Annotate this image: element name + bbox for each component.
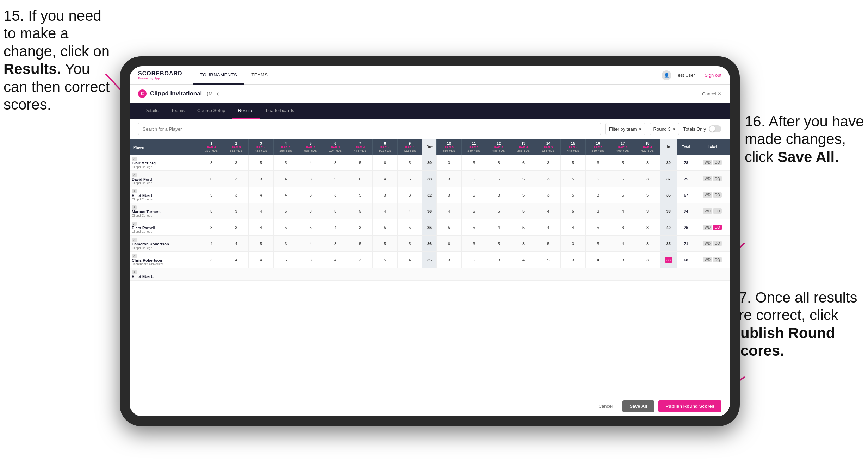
wd-button[interactable]: WD — [703, 176, 712, 181]
tab-details[interactable]: Details — [138, 103, 165, 119]
wd-button[interactable]: WD — [703, 192, 712, 198]
score-cell[interactable]: 5 — [561, 171, 585, 187]
dq-button[interactable]: DQ — [713, 160, 722, 165]
wd-button[interactable]: WD — [703, 241, 712, 246]
score-cell[interactable]: 5 — [199, 187, 224, 203]
score-cell[interactable]: 6 — [585, 171, 610, 187]
score-cell[interactable]: 5 — [635, 187, 660, 203]
score-cell[interactable]: 3 — [437, 252, 461, 268]
score-cell[interactable]: 3 — [224, 171, 248, 187]
score-cell[interactable]: 5 — [461, 219, 486, 236]
score-cell[interactable]: 3 — [461, 236, 486, 252]
publish-round-scores-button[interactable]: Publish Round Scores — [658, 400, 721, 412]
score-cell[interactable]: 5 — [373, 219, 397, 236]
score-cell[interactable]: 5 — [486, 171, 511, 187]
score-cell[interactable]: 5 — [561, 203, 585, 219]
cancel-header-button[interactable]: Cancel ✕ — [702, 91, 721, 96]
score-cell[interactable]: 3 — [635, 155, 660, 171]
score-cell[interactable]: 5 — [397, 171, 422, 187]
score-cell[interactable]: 5 — [486, 203, 511, 219]
score-cell[interactable]: 3 — [635, 203, 660, 219]
score-cell[interactable]: 3 — [585, 203, 610, 219]
score-cell[interactable]: 3 — [273, 236, 298, 252]
score-cell[interactable]: 3 — [486, 187, 511, 203]
score-cell[interactable]: 5 — [348, 155, 372, 171]
dq-button[interactable]: DQ — [713, 241, 722, 246]
score-cell[interactable]: 4 — [437, 203, 461, 219]
score-cell[interactable]: 5 — [561, 155, 585, 171]
score-cell[interactable]: 4 — [224, 252, 248, 268]
score-cell[interactable]: 3 — [323, 187, 348, 203]
dq-button[interactable]: DQ — [713, 225, 722, 230]
score-cell[interactable]: 3 — [511, 236, 536, 252]
score-cell[interactable]: 5 — [610, 171, 635, 187]
score-cell[interactable]: 4 — [323, 219, 348, 236]
score-cell[interactable]: 5 — [348, 187, 372, 203]
score-cell[interactable]: 4 — [585, 252, 610, 268]
score-cell[interactable]: 5 — [461, 155, 486, 171]
score-cell[interactable]: 3 — [610, 252, 635, 268]
score-cell[interactable]: 3 — [486, 155, 511, 171]
tab-leaderboards[interactable]: Leaderboards — [260, 103, 300, 119]
score-cell[interactable]: 3 — [298, 203, 323, 219]
score-cell[interactable]: 5 — [511, 171, 536, 187]
score-cell[interactable]: 5 — [397, 236, 422, 252]
score-cell[interactable]: 3 — [437, 187, 461, 203]
score-cell[interactable]: 3 — [298, 252, 323, 268]
score-cell[interactable]: 5 — [511, 203, 536, 219]
score-cell[interactable]: 3 — [249, 171, 273, 187]
score-cell[interactable]: 4 — [249, 203, 273, 219]
score-cell[interactable]: 4 — [373, 203, 397, 219]
score-cell[interactable]: 5 — [273, 203, 298, 219]
score-cell[interactable]: 3 — [397, 187, 422, 203]
score-cell[interactable]: 5 — [199, 203, 224, 219]
score-cell[interactable]: 4 — [273, 171, 298, 187]
score-cell[interactable]: 5 — [461, 187, 486, 203]
score-cell[interactable]: 3 — [486, 252, 511, 268]
score-cell[interactable]: 3 — [437, 155, 461, 171]
score-cell[interactable]: 5 — [249, 155, 273, 171]
score-cell[interactable]: 3 — [536, 171, 560, 187]
sign-out-link[interactable]: Sign out — [705, 73, 721, 78]
score-cell[interactable]: 5 — [323, 203, 348, 219]
save-all-button[interactable]: Save All — [622, 400, 654, 412]
score-cell[interactable]: 4 — [397, 252, 422, 268]
score-cell[interactable]: 3 — [437, 171, 461, 187]
score-cell[interactable]: 3 — [199, 252, 224, 268]
score-cell[interactable]: 3 — [635, 236, 660, 252]
score-cell[interactable]: 4 — [397, 203, 422, 219]
score-cell[interactable]: 5 — [373, 236, 397, 252]
score-cell[interactable]: 3 — [298, 187, 323, 203]
score-cell[interactable]: 5 — [561, 187, 585, 203]
tab-teams[interactable]: Teams — [165, 103, 191, 119]
score-cell[interactable]: 6 — [511, 155, 536, 171]
score-cell[interactable]: 5 — [249, 236, 273, 252]
score-cell[interactable]: 4 — [298, 236, 323, 252]
wd-button[interactable]: WD — [703, 208, 712, 214]
score-cell[interactable]: 5 — [397, 155, 422, 171]
score-cell[interactable]: 4 — [298, 155, 323, 171]
score-cell[interactable]: 5 — [273, 219, 298, 236]
cancel-action-button[interactable]: Cancel — [593, 401, 618, 412]
score-cell[interactable]: 6 — [585, 155, 610, 171]
wd-button[interactable]: WD — [703, 225, 712, 230]
score-cell[interactable]: 3 — [348, 252, 372, 268]
score-cell[interactable]: 3 — [298, 171, 323, 187]
score-cell[interactable]: 5 — [323, 171, 348, 187]
score-cell[interactable]: 5 — [348, 236, 372, 252]
tab-results[interactable]: Results — [232, 103, 260, 119]
score-cell[interactable]: 5 — [511, 219, 536, 236]
score-cell[interactable]: 5 — [373, 252, 397, 268]
score-cell[interactable]: 4 — [224, 236, 248, 252]
score-cell[interactable]: 3 — [323, 155, 348, 171]
score-cell[interactable]: 5 — [273, 155, 298, 171]
dq-button[interactable]: DQ — [713, 176, 722, 181]
wd-button[interactable]: WD — [703, 160, 712, 165]
score-cell[interactable]: 3 — [224, 155, 248, 171]
score-cell[interactable]: 3 — [635, 219, 660, 236]
score-cell[interactable]: 5 — [610, 155, 635, 171]
score-cell[interactable]: 6 — [610, 219, 635, 236]
score-cell[interactable]: 5 — [397, 219, 422, 236]
score-cell[interactable]: 6 — [199, 171, 224, 187]
score-cell[interactable]: 4 — [249, 187, 273, 203]
